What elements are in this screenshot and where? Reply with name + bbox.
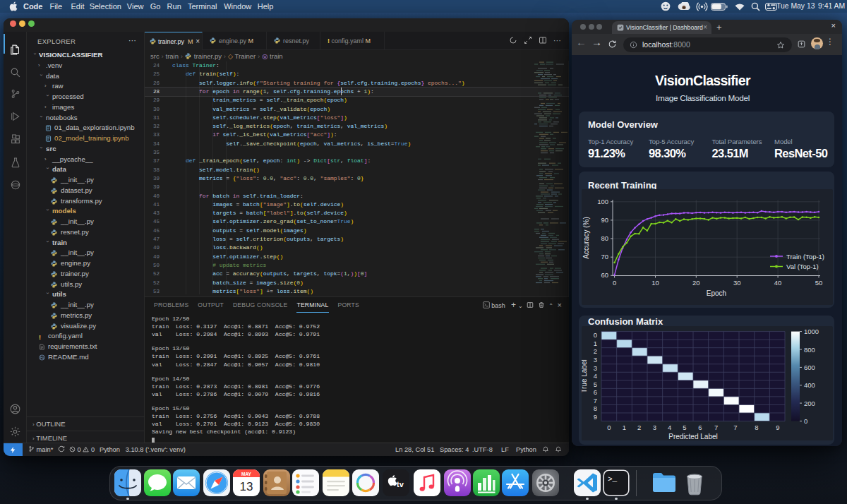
svg-text:400: 400 <box>804 381 815 389</box>
svg-text:0: 0 <box>613 279 616 287</box>
svg-text:5: 5 <box>594 380 597 388</box>
svg-text:40: 40 <box>774 279 782 287</box>
svg-text:2: 2 <box>594 347 597 355</box>
svg-text:5: 5 <box>683 424 686 431</box>
svg-text:1: 1 <box>594 340 597 347</box>
svg-text:Train (Top-1): Train (Top-1) <box>786 253 824 260</box>
svg-text:8: 8 <box>755 424 758 431</box>
svg-text:80: 80 <box>601 234 608 242</box>
svg-text:30: 30 <box>733 279 741 287</box>
svg-text:7: 7 <box>594 397 597 404</box>
svg-text:20: 20 <box>692 279 700 287</box>
svg-text:7: 7 <box>714 424 718 431</box>
svg-text:13: 13 <box>240 480 253 493</box>
svg-text:9: 9 <box>776 424 779 431</box>
svg-text:2: 2 <box>637 424 641 431</box>
svg-text:9: 9 <box>594 413 597 421</box>
svg-text:Val (Top-1): Val (Top-1) <box>786 263 819 270</box>
svg-text:Accuracy (%): Accuracy (%) <box>582 217 590 258</box>
svg-text:0: 0 <box>594 331 597 339</box>
svg-text:600: 600 <box>804 364 815 371</box>
svg-text:100: 100 <box>597 198 608 205</box>
svg-text:50: 50 <box>815 279 823 287</box>
svg-text:800: 800 <box>804 346 815 354</box>
svg-text:6: 6 <box>698 424 702 431</box>
svg-text:MAY: MAY <box>241 472 252 476</box>
svg-text:>_: >_ <box>608 475 618 484</box>
svg-text:4: 4 <box>594 372 597 380</box>
svg-text:3: 3 <box>653 424 656 431</box>
svg-text:Predicted Label: Predicted Label <box>668 433 718 440</box>
svg-text:6: 6 <box>594 388 597 396</box>
svg-text:1000: 1000 <box>804 328 819 335</box>
svg-text:60: 60 <box>601 271 608 279</box>
svg-text:tv: tv <box>397 480 404 488</box>
svg-text:8: 8 <box>594 404 597 412</box>
svg-text:1: 1 <box>623 424 626 431</box>
svg-text:7: 7 <box>733 424 737 431</box>
svg-text:0: 0 <box>607 424 611 431</box>
svg-text:Epoch: Epoch <box>707 289 726 297</box>
svg-text:200: 200 <box>804 400 815 407</box>
svg-text:70: 70 <box>601 253 608 260</box>
svg-text:3: 3 <box>594 364 597 372</box>
svg-text:3: 3 <box>594 356 597 364</box>
svg-text:4: 4 <box>668 424 671 431</box>
svg-text:0: 0 <box>804 417 807 425</box>
svg-text:90: 90 <box>601 216 608 224</box>
svg-text:True Label: True Label <box>582 359 588 392</box>
svg-text:10: 10 <box>651 279 659 287</box>
